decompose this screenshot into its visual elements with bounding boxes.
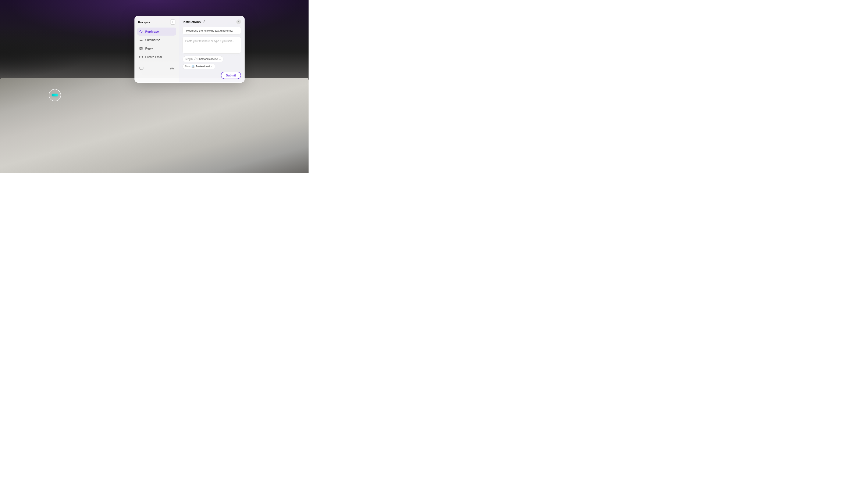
length-chevron-icon: ▲ (219, 58, 221, 60)
mouse-button-indicator (49, 89, 61, 101)
mousepad (0, 78, 309, 173)
recipe-item-reply[interactable]: Reply (137, 44, 176, 53)
recipes-footer (137, 63, 176, 72)
svg-rect-0 (140, 39, 143, 39)
svg-rect-4 (140, 67, 143, 69)
length-icon (194, 57, 196, 61)
connector-line (54, 72, 54, 90)
svg-rect-2 (140, 40, 142, 41)
tone-chevron-icon: ▲ (211, 65, 213, 68)
settings-icon-button[interactable] (168, 65, 175, 72)
teal-button (52, 94, 58, 96)
recipes-title: Recipes (138, 20, 150, 24)
length-option[interactable]: Length Short and concise ▲ (182, 56, 223, 62)
recipes-header: Recipes + (137, 20, 176, 25)
recipes-panel: Recipes + Rephrase (134, 16, 179, 83)
submit-row: Submit (182, 72, 241, 79)
instruction-prompt-text: "Rephrase the following text differently… (182, 27, 241, 35)
svg-rect-1 (140, 40, 142, 40)
text-input-area[interactable]: Paste your text here or type it yourself… (182, 37, 241, 54)
rephrase-icon (139, 29, 143, 34)
svg-point-5 (171, 68, 173, 69)
email-icon (139, 55, 143, 59)
edit-icon[interactable] (203, 20, 205, 24)
instructions-title-row: Instructions (182, 20, 205, 24)
tone-emoji-icon: 👔 (191, 65, 194, 68)
reply-label: Reply (145, 47, 153, 50)
create-email-label: Create Email (145, 55, 162, 59)
recipe-item-rephrase[interactable]: Rephrase (137, 28, 176, 36)
reply-icon (139, 46, 143, 51)
options-row: Length Short and concise ▲ Tone 👔 Profes… (182, 56, 241, 69)
instructions-header: Instructions × (182, 20, 241, 24)
ai-assistant-panel: Recipes + Rephrase (134, 16, 245, 83)
add-recipe-button[interactable]: + (170, 20, 175, 25)
text-placeholder: Paste your text here or type it yourself… (185, 39, 234, 42)
length-label: Length (185, 58, 193, 61)
svg-rect-3 (140, 56, 143, 58)
rephrase-label: Rephrase (145, 30, 159, 33)
tone-option[interactable]: Tone 👔 Professional ▲ (182, 64, 215, 69)
recipe-item-create-email[interactable]: Create Email (137, 53, 176, 61)
summarise-label: Summarise (145, 38, 160, 42)
tone-value: Professional (195, 65, 210, 68)
summarise-icon (139, 38, 143, 42)
recipe-item-summarise[interactable]: Summarise (137, 36, 176, 44)
instructions-panel: Instructions × "Rephrase the following t… (179, 16, 245, 83)
close-button[interactable]: × (236, 20, 241, 24)
tone-label: Tone (185, 65, 190, 68)
length-value: Short and concise (197, 58, 218, 61)
submit-button[interactable]: Submit (221, 72, 241, 79)
chat-icon-button[interactable] (138, 65, 145, 72)
instructions-title: Instructions (182, 20, 201, 24)
